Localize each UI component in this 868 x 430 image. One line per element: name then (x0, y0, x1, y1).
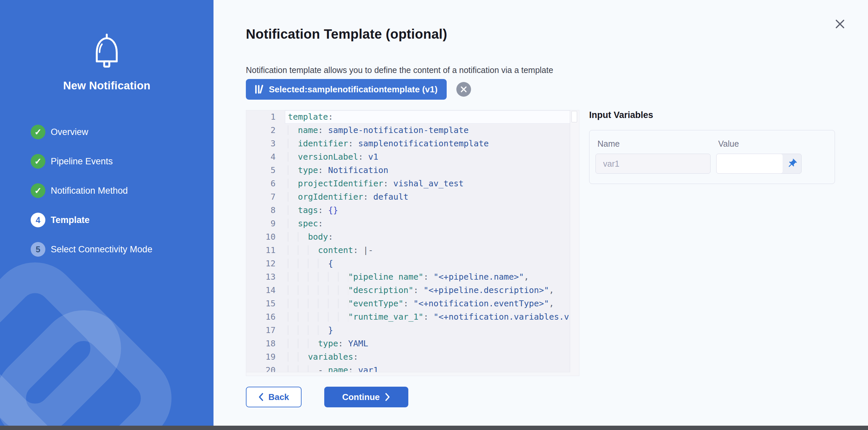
page-title: Notification Template (optional) (246, 27, 447, 42)
code-line[interactable]: 17 } (246, 324, 570, 337)
code-line[interactable]: 15 "eventType": "<+notification.eventTyp… (246, 297, 570, 310)
selected-template-row: Selected:samplenotificationtemplate (v1) (246, 79, 471, 100)
chevron-right-icon (385, 393, 390, 401)
step-number-badge: 5 (31, 242, 45, 257)
code-line[interactable]: 20 - name: var1 (246, 364, 570, 372)
code-line[interactable]: 5 type: Notification (246, 164, 570, 177)
selected-template-chip[interactable]: Selected:samplenotificationtemplate (v1) (246, 79, 447, 100)
code-line[interactable]: 6 projectIdentifier: vishal_av_test (246, 177, 570, 190)
step-done-icon: ✓ (31, 154, 45, 169)
bell-icon (87, 33, 126, 77)
continue-label: Continue (342, 392, 380, 402)
editor-horizontal-scrollbar[interactable] (246, 372, 570, 376)
template-library-icon (255, 84, 264, 94)
back-button[interactable]: Back (246, 387, 302, 407)
step-done-icon: ✓ (31, 183, 45, 198)
step-select-connectivity-mode[interactable]: 5 Select Connectivity Mode (31, 242, 152, 257)
wizard-steps: ✓ Overview ✓ Pipeline Events ✓ Notificat… (31, 125, 152, 271)
code-line[interactable]: 14 "description": "<+pipeline.descriptio… (246, 284, 570, 297)
code-line[interactable]: 12 { (246, 257, 570, 270)
step-label: Overview (51, 127, 88, 137)
variable-value-field[interactable] (717, 154, 783, 173)
scrollbar-thumb[interactable] (571, 111, 577, 122)
variable-value-group (716, 154, 802, 174)
wizard-sidebar: New Notification ✓ Overview ✓ Pipeline E… (0, 0, 214, 430)
code-line[interactable]: 19 variables: (246, 350, 570, 364)
page-subtitle: Notification template allows you to defi… (246, 65, 553, 75)
name-column-label: Name (597, 139, 620, 149)
variable-name-field[interactable] (595, 154, 711, 174)
step-done-icon: ✓ (31, 125, 45, 139)
continue-button[interactable]: Continue (324, 387, 408, 407)
code-line[interactable]: 10 body: (246, 230, 570, 244)
template-step-panel: Notification Template (optional) Notific… (214, 0, 868, 430)
step-label: Notification Method (51, 186, 128, 196)
step-notification-method[interactable]: ✓ Notification Method (31, 183, 152, 198)
code-line[interactable]: 4 versionLabel: v1 (246, 150, 570, 164)
code-line[interactable]: 16 "runtime_var_1": "<+notification.vari… (246, 310, 570, 324)
back-label: Back (268, 392, 289, 402)
step-label: Pipeline Events (51, 156, 113, 167)
code-editor-lines: 1template:2 name: sample-notification-te… (246, 110, 570, 372)
step-template[interactable]: 4 Template (31, 213, 152, 227)
step-overview[interactable]: ✓ Overview (31, 125, 152, 139)
step-label: Template (51, 215, 90, 225)
step-pipeline-events[interactable]: ✓ Pipeline Events (31, 154, 152, 169)
selected-template-label: Selected:samplenotificationtemplate (v1) (269, 84, 438, 95)
wizard-title: New Notification (0, 79, 214, 92)
close-circle-icon (460, 86, 467, 93)
code-line[interactable]: 7 orgIdentifier: default (246, 190, 570, 204)
code-line[interactable]: 2 name: sample-notification-template (246, 124, 570, 137)
bottom-bar (0, 426, 868, 430)
code-line[interactable]: 13 "pipeline name": "<+pipeline.name>", (246, 270, 570, 284)
code-line[interactable]: 18 type: YAML (246, 337, 570, 350)
code-line[interactable]: 3 identifier: samplenotificationtemplate (246, 137, 570, 150)
yaml-editor[interactable]: 1template:2 name: sample-notification-te… (246, 110, 580, 376)
code-line[interactable]: 11 content: |- (246, 244, 570, 257)
code-line[interactable]: 9 spec: (246, 217, 570, 230)
step-number-badge: 4 (31, 213, 45, 227)
close-icon[interactable] (832, 16, 848, 32)
step-label: Select Connectivity Mode (51, 244, 152, 255)
code-line[interactable]: 1template: (246, 110, 570, 124)
input-variables-card: Name Value (589, 130, 835, 184)
new-notification-wizard: New Notification ✓ Overview ✓ Pipeline E… (0, 0, 868, 430)
input-variables-heading: Input Variables (589, 110, 653, 120)
chevron-left-icon (258, 393, 264, 401)
value-column-label: Value (718, 139, 739, 149)
remove-template-button[interactable] (456, 82, 471, 97)
editor-vertical-scrollbar[interactable] (570, 110, 579, 376)
pin-icon[interactable] (783, 154, 801, 173)
code-line[interactable]: 8 tags: {} (246, 204, 570, 217)
